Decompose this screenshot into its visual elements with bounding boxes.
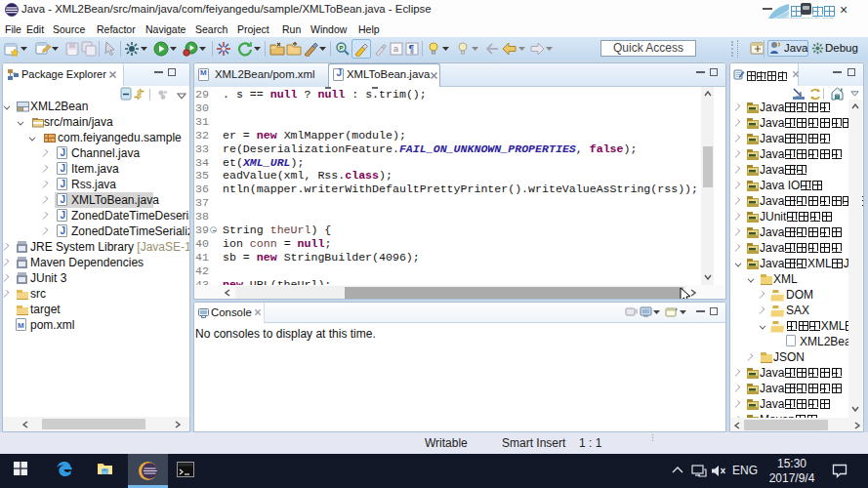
svg-text:P: P	[340, 45, 344, 51]
svg-text:¶: ¶	[409, 44, 415, 55]
svg-text:a: a	[393, 44, 398, 54]
